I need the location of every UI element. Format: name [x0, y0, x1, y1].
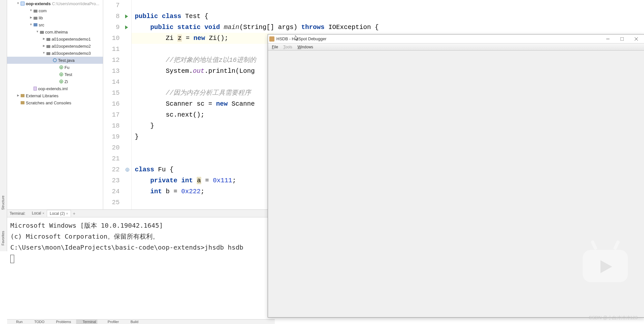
code-line[interactable]: public static void main(String[] args) t…	[132, 22, 274, 33]
bottom-tab-run[interactable]: Run	[10, 319, 24, 324]
bottom-tab-problems[interactable]: Problems	[50, 319, 72, 324]
code-line[interactable]	[132, 77, 274, 88]
code-line[interactable]: }	[132, 120, 274, 131]
tree-node[interactable]: cFu	[7, 64, 103, 71]
terminal-line: C:\Users\moon\IdeaProjects\basic-code\oo…	[10, 242, 272, 253]
maximize-button[interactable]	[615, 34, 629, 43]
code-line[interactable]: class Fu {	[132, 164, 274, 175]
code-editor[interactable]: 78910111213141516171819202122↓232425 pub…	[103, 0, 274, 209]
chevron-down-icon[interactable]: ▼	[42, 51, 46, 55]
tree-label: Fu	[64, 65, 69, 70]
run-icon[interactable]	[125, 25, 128, 29]
hsdb-menu-windows[interactable]: Windows	[295, 44, 316, 50]
class-icon: c	[59, 80, 63, 83]
tree-node[interactable]: Scratches and Consoles	[7, 99, 103, 106]
tree-node[interactable]: ▶a02oopextensdemo2	[7, 43, 103, 50]
tree-node[interactable]: ▶lib	[7, 14, 103, 21]
tree-node[interactable]: ▼src	[7, 21, 103, 28]
tree-node[interactable]: oop-extends.iml	[7, 85, 103, 92]
tree-node[interactable]: ▼com.itheima	[7, 28, 103, 35]
close-tab-icon[interactable]: ×	[66, 212, 68, 215]
favorites-tab[interactable]: Favorites	[0, 228, 6, 248]
folder-icon	[34, 17, 37, 20]
close-tab-icon[interactable]: ×	[42, 212, 44, 215]
hsdb-menu-file[interactable]: File	[269, 44, 281, 50]
tree-label: a02oopextensdemo2	[52, 44, 91, 49]
tree-node[interactable]: ▶External Libraries	[7, 92, 103, 99]
tree-node[interactable]: cTest	[7, 71, 103, 78]
code-line[interactable]: }	[132, 131, 274, 142]
side-toolbar: Structure Favorites	[0, 0, 7, 251]
usage-icon[interactable]: ↓	[125, 168, 129, 172]
chevron-right-icon[interactable]: ▶	[42, 37, 46, 41]
code-line[interactable]	[132, 0, 274, 11]
tree-node[interactable]: ▶a01oopextensdemo1	[7, 35, 103, 43]
terminal-tab[interactable]: Local (2)×	[47, 210, 71, 217]
hsdb-titlebar[interactable]: HSDB - HotSpot Debugger	[268, 34, 644, 43]
chevron-right-icon[interactable]: ▶	[16, 94, 20, 98]
tree-node[interactable]: Test.java	[7, 57, 103, 64]
code-line[interactable]	[132, 142, 274, 153]
code-line[interactable]: public class Test {	[132, 11, 274, 22]
run-icon[interactable]	[125, 14, 128, 18]
code-line[interactable]: System.out.println(Long	[132, 66, 274, 77]
line-number: 18	[103, 120, 131, 131]
add-terminal-button[interactable]: +	[71, 210, 77, 217]
chevron-down-icon: ▼	[16, 2, 20, 5]
code-line[interactable]: Zi z = new Zi();	[132, 33, 274, 44]
line-number: 8	[103, 11, 131, 22]
lib-icon	[21, 94, 25, 97]
minimize-button[interactable]	[601, 34, 615, 43]
close-icon	[635, 37, 638, 41]
tree-node[interactable]: cZi	[7, 78, 103, 85]
terminal-tabs: Terminal: Local×Local (2)× +	[7, 210, 275, 217]
chevron-down-icon[interactable]: ▼	[29, 9, 33, 13]
tree-node[interactable]: ▼a03oopextensdemo3	[7, 50, 103, 57]
bottom-tab-profiler[interactable]: Profiler	[101, 319, 120, 324]
line-number: 14	[103, 77, 131, 88]
code-line[interactable]	[132, 44, 274, 55]
tree-label: src	[39, 23, 44, 27]
todo-icon	[29, 320, 33, 324]
bottom-tab-build[interactable]: Build	[124, 319, 140, 324]
code-line[interactable]	[132, 197, 274, 208]
code-line[interactable]: //因为内存分析工具需要程序	[132, 88, 274, 99]
structure-tab[interactable]: Structure	[0, 193, 6, 213]
chevron-down-icon[interactable]: ▼	[29, 23, 33, 27]
module-icon	[21, 2, 25, 5]
iml-icon	[34, 87, 37, 91]
code-line[interactable]: sc.next();	[132, 110, 274, 120]
code-line[interactable]: Scanner sc = new Scanne	[132, 99, 274, 110]
bottom-tab-label: Run	[16, 320, 23, 324]
run-icon	[11, 320, 15, 324]
bottom-tab-terminal[interactable]: Terminal	[76, 319, 97, 324]
line-number: 16	[103, 99, 131, 110]
terminal-tab[interactable]: Local×	[29, 210, 47, 217]
editor-gutter: 78910111213141516171819202122↓232425	[103, 0, 132, 209]
tree-label: Test	[64, 72, 72, 77]
tree-label: com.itheima	[45, 30, 68, 34]
code-line[interactable]: int b = 0x222;	[132, 186, 274, 197]
bottom-tab-todo[interactable]: TODO	[28, 319, 46, 324]
terminal-line: (c) Microsoft Corporation。保留所有权利。	[10, 231, 272, 242]
root-label: oop-extends	[26, 1, 51, 6]
line-number: 10	[103, 33, 131, 44]
lib-icon	[21, 101, 25, 104]
no-expand-icon	[29, 87, 33, 91]
project-tree: ▼ oop-extends C:\Users\moon\IdeaPro... ▼…	[7, 0, 103, 209]
code-line[interactable]	[132, 153, 274, 164]
code-area[interactable]: public class Test { public static void m…	[132, 0, 274, 209]
close-button[interactable]	[629, 34, 643, 43]
folder-icon	[46, 38, 50, 41]
line-number: 15	[103, 88, 131, 99]
code-line[interactable]: //把对象的地址值z以16进制的	[132, 55, 274, 66]
terminal-line: Microsoft Windows [版本 10.0.19042.1645]	[10, 220, 272, 231]
chevron-right-icon[interactable]: ▶	[42, 44, 46, 48]
code-line[interactable]: private int a = 0x111;	[132, 175, 274, 186]
tree-node[interactable]: ▼com	[7, 7, 103, 14]
terminal-body[interactable]: Microsoft Windows [版本 10.0.19042.1645](c…	[7, 217, 275, 266]
terminal-icon	[77, 320, 81, 324]
project-root[interactable]: ▼ oop-extends C:\Users\moon\IdeaPro...	[7, 0, 103, 7]
chevron-down-icon[interactable]: ▼	[35, 30, 39, 34]
chevron-right-icon[interactable]: ▶	[29, 16, 33, 20]
